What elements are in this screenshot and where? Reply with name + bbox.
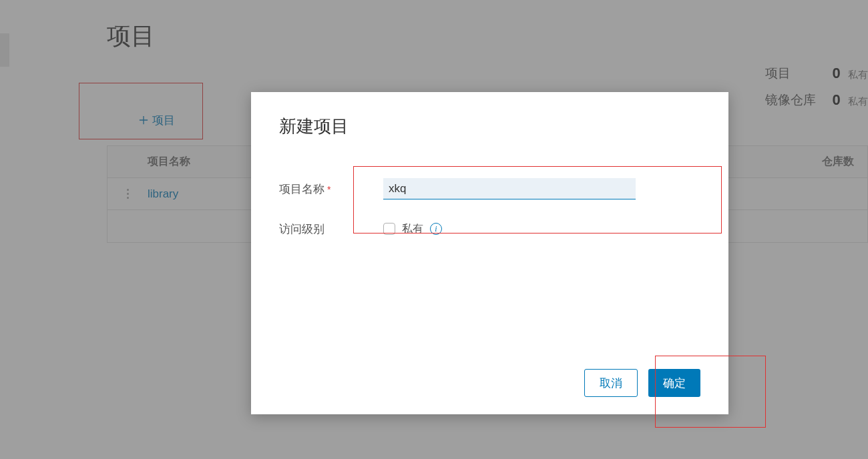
cancel-button[interactable]: 取消 [584,369,638,397]
required-asterisk: * [327,184,331,195]
cancel-button-label: 取消 [600,376,622,391]
ok-button-label: 确定 [663,376,686,391]
modal-footer: 取消 确定 [279,369,700,397]
ok-button[interactable]: 确定 [648,369,700,397]
info-icon[interactable]: i [430,223,442,235]
field-project-name: 项目名称* [279,169,700,209]
field-project-name-label: 项目名称 [279,183,324,195]
private-checkbox-label: 私有 [402,222,423,236]
field-access-level: 访问级别 私有 i [279,209,700,249]
project-name-input[interactable] [383,178,636,199]
field-access-level-label: 访问级别 [279,221,383,237]
private-checkbox[interactable] [383,223,395,235]
new-project-modal: 新建项目 项目名称* 访问级别 私有 i 取消 确定 [251,92,728,414]
modal-title: 新建项目 [279,115,700,138]
